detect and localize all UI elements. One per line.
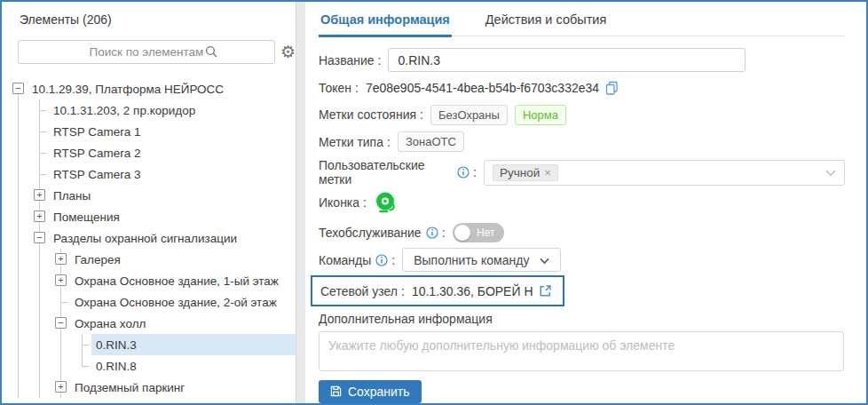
alarm-bell-icon[interactable]	[374, 190, 399, 216]
expand-toggle-icon[interactable]: +	[55, 253, 67, 265]
tree-connector	[34, 99, 49, 121]
icon-row: Иконка :	[319, 189, 845, 216]
additional-info-textarea[interactable]	[319, 331, 844, 370]
tree-indent: +	[12, 185, 49, 206]
tree-item[interactable]: RTSP Camera 2	[2, 142, 296, 163]
name-input[interactable]	[388, 48, 746, 72]
name-label: Название	[319, 53, 375, 68]
tree-item-label: Подземный паркинг	[70, 377, 296, 398]
tree-item-label: 0.RIN.8	[91, 355, 296, 377]
token-label: Токен	[319, 81, 351, 95]
info-icon[interactable]	[375, 254, 388, 266]
copy-icon[interactable]	[605, 81, 619, 95]
expand-toggle-icon[interactable]: +	[34, 189, 45, 201]
tree-expander-slot: +	[55, 270, 70, 291]
tree-indent: −	[12, 78, 28, 99]
tab-general-info[interactable]: Общая информация	[319, 9, 452, 37]
network-node-label: Сетевой узел	[320, 284, 398, 298]
tree-item[interactable]: 0.RIN.8	[2, 355, 296, 377]
tree-guide-line	[34, 270, 55, 291]
tree-item[interactable]: − 10.1.29.39, Платформа НЕЙРОСС	[2, 78, 296, 99]
tree-connector	[76, 334, 91, 355]
tree-expander-slot: +	[34, 206, 49, 227]
details-panel: Общая информация Действия и события Назв…	[305, 2, 866, 403]
tree-item[interactable]: RTSP Camera 1	[2, 121, 296, 142]
tree-guide-line	[34, 313, 55, 334]
tree-indent: +	[12, 270, 70, 291]
tab-actions-events[interactable]: Действия и события	[484, 9, 608, 36]
collapse-toggle-icon[interactable]: −	[34, 232, 45, 243]
info-icon[interactable]	[426, 226, 438, 239]
type-tags-label: Метки типа	[319, 135, 383, 149]
tree-item[interactable]: 10.1.31.203, 2 пр.коридор	[2, 99, 296, 121]
tree-indent: +	[12, 377, 70, 398]
tree-guide-line	[12, 185, 34, 206]
tree-item-label: Охрана Основное здание, 2-ой этаж	[70, 291, 296, 313]
search-field-wrap	[18, 40, 275, 64]
user-tags-select[interactable]: Ручной ×	[484, 160, 845, 186]
tree-item[interactable]: − Разделы охранной сигнализации	[2, 227, 296, 249]
tree-expander-slot: −	[12, 78, 28, 99]
save-button[interactable]: Сохранить	[319, 380, 422, 403]
type-tags-row: Метки типа : ЗонаОТС	[319, 131, 845, 152]
tree-item[interactable]: + Помещения	[2, 206, 296, 227]
maintenance-toggle[interactable]: Нет	[453, 223, 504, 242]
gear-icon[interactable]: ⚙	[280, 44, 296, 60]
tree-guide-line	[12, 313, 34, 334]
maintenance-label: Техобслуживание	[319, 226, 422, 240]
elements-panel-title: Элементы (206)	[20, 12, 296, 28]
tree-item[interactable]: Охрана Основное здание, 2-ой этаж	[2, 291, 296, 313]
expand-toggle-icon[interactable]: +	[55, 381, 67, 393]
tree-connector	[76, 355, 91, 377]
tree-item[interactable]: + Охрана Основное здание, 1-ый этаж	[2, 270, 296, 291]
icon-label: Иконка	[319, 195, 359, 210]
collapse-toggle-icon[interactable]: −	[12, 83, 24, 94]
tree-indent: +	[12, 206, 49, 227]
tree-expander-slot: −	[34, 227, 49, 249]
tree-indent	[12, 355, 91, 377]
tree-guide-line	[12, 142, 34, 163]
tree-guide-line	[55, 355, 76, 377]
tree-guide-line	[34, 249, 55, 270]
maintenance-row: Техобслуживание : Нет	[319, 223, 845, 242]
type-badge: ЗонаОТС	[398, 131, 464, 152]
tree-item[interactable]: + Подземный паркинг	[2, 377, 296, 398]
tree-item-label: Галерея	[70, 249, 296, 270]
tree-indent	[12, 291, 70, 313]
tree-item-label: RTSP Camera 2	[49, 142, 296, 163]
save-icon	[330, 385, 342, 397]
tree-guide-line	[12, 206, 34, 227]
expand-toggle-icon[interactable]: +	[55, 274, 67, 286]
search-input[interactable]	[18, 40, 275, 64]
remove-tag-icon[interactable]: ×	[544, 166, 551, 179]
tree-guide-line	[12, 270, 34, 291]
external-link-icon[interactable]	[539, 284, 552, 298]
elements-panel: Элементы (206) ⚙ − 10.1.29.39, Платформа…	[2, 2, 296, 403]
tree-item-label: Планы	[49, 185, 296, 206]
tree-item-label: RTSP Camera 1	[49, 121, 296, 142]
tree-guide-line	[34, 334, 55, 355]
chevron-down-icon	[540, 253, 549, 267]
tree-item-label: Охрана холл	[70, 313, 296, 334]
tree-indent: −	[12, 227, 49, 249]
panel-divider[interactable]	[296, 2, 305, 403]
state-tags-row: Метки состояния : БезОхраны Норма	[319, 105, 845, 125]
tree-item[interactable]: + Планы	[2, 185, 296, 206]
tree-indent	[12, 121, 49, 142]
element-tree: − 10.1.29.39, Платформа НЕЙРОСС 10.1.31.…	[2, 78, 296, 403]
execute-command-dropdown[interactable]: Выполнить команду	[402, 248, 561, 272]
tree-indent	[12, 334, 91, 355]
tree-expander-slot: +	[55, 249, 70, 270]
expand-toggle-icon[interactable]: +	[34, 210, 45, 222]
tree-item[interactable]: RTSP Camera 3	[2, 163, 296, 185]
tree-item[interactable]: 0.RIN.3	[2, 334, 296, 355]
additional-info-label: Дополнительная информация	[319, 312, 845, 327]
tree-guide-line	[34, 377, 55, 398]
info-icon[interactable]	[457, 166, 470, 179]
collapse-toggle-icon[interactable]: −	[55, 317, 67, 329]
tree-guide-line	[12, 227, 34, 249]
tree-item[interactable]: − Охрана холл	[2, 313, 296, 334]
tree-indent: +	[12, 249, 70, 270]
tree-connector	[34, 121, 49, 142]
tree-item[interactable]: + Галерея	[2, 249, 296, 270]
